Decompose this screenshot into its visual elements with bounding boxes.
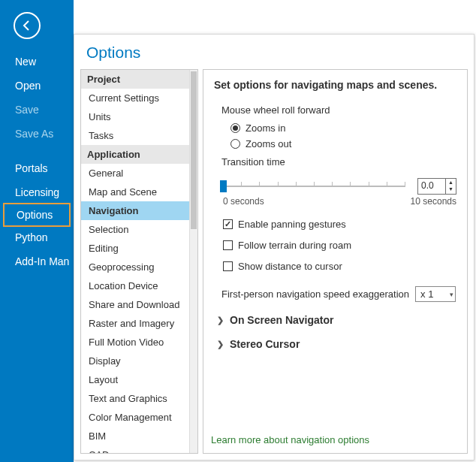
nav-item-add-in-man[interactable]: Add-In Man [0, 249, 74, 273]
radio-icon [230, 123, 240, 133]
dialog-title: Options [74, 35, 474, 69]
options-dialog: Options Project Current SettingsUnitsTas… [74, 34, 474, 460]
checkbox-label: Enable panning gestures [238, 219, 346, 230]
category-tree: Project Current SettingsUnitsTasks Appli… [80, 69, 198, 454]
transition-time-slider[interactable] [223, 179, 405, 194]
tree-item-general[interactable]: General [81, 164, 189, 183]
tree-item-display[interactable]: Display [81, 352, 189, 370]
tree-item-full-motion-video[interactable]: Full Motion Video [81, 333, 189, 352]
combo-value: x 1 [420, 288, 433, 300]
slider-min-label: 0 seconds [223, 196, 264, 207]
tree-item-bim[interactable]: BIM [81, 427, 189, 445]
tree-item-raster-and-imagery[interactable]: Raster and Imagery [81, 314, 189, 333]
checkbox-follow-terrain[interactable]: Follow terrain during roam [223, 240, 456, 251]
mouse-wheel-label: Mouse wheel roll forward [221, 104, 456, 116]
chevron-down-icon: ▾ [445, 291, 453, 298]
checkbox-label: Follow terrain during roam [238, 240, 351, 251]
arrow-left-icon [20, 19, 34, 32]
slider-thumb[interactable] [220, 180, 227, 192]
chevron-right-icon: ❯ [217, 316, 224, 325]
expander-label: Stereo Cursor [230, 338, 300, 350]
transition-time-input[interactable]: 0.0 ▲ ▼ [417, 178, 456, 195]
tree-header-project: Project [81, 70, 189, 89]
nav-item-python[interactable]: Python [0, 225, 74, 249]
tree-item-selection[interactable]: Selection [81, 220, 189, 239]
learn-more-link[interactable]: Learn more about navigation options [211, 434, 369, 445]
radio-zooms-in[interactable]: Zooms in [230, 122, 456, 134]
nav-item-open[interactable]: Open [0, 74, 74, 98]
tree-item-units[interactable]: Units [81, 107, 189, 126]
tree-item-cad[interactable]: CAD [81, 445, 189, 453]
transition-time-label: Transition time [221, 156, 456, 168]
nav-item-new[interactable]: New [0, 50, 74, 74]
expander-stereo-cursor[interactable]: ❯ Stereo Cursor [217, 338, 456, 350]
fps-exaggeration-label: First-person navigation speed exaggerati… [221, 288, 409, 300]
radio-label: Zooms in [246, 122, 285, 134]
tree-item-map-and-scene[interactable]: Map and Scene [81, 183, 189, 201]
backstage-nav: NewOpenSaveSave As PortalsLicensingOptio… [0, 0, 74, 462]
nav-item-save-as: Save As [0, 122, 74, 146]
checkbox-icon [223, 219, 233, 229]
slider-max-label: 10 seconds [411, 196, 456, 207]
fps-exaggeration-combo[interactable]: x 1 ▾ [415, 286, 456, 302]
tree-item-share-and-download[interactable]: Share and Download [81, 295, 189, 314]
options-content-panel: Set options for navigating maps and scen… [203, 69, 468, 454]
checkbox-label: Show distance to cursor [238, 261, 342, 272]
tree-item-navigation[interactable]: Navigation [81, 201, 189, 220]
checkbox-enable-panning[interactable]: Enable panning gestures [223, 219, 456, 230]
expander-label: On Screen Navigator [230, 314, 334, 326]
checkbox-show-distance[interactable]: Show distance to cursor [223, 261, 456, 272]
radio-zooms-out[interactable]: Zooms out [230, 138, 456, 149]
content-heading: Set options for navigating maps and scen… [214, 79, 456, 91]
checkbox-icon [223, 261, 233, 271]
tree-item-text-and-graphics[interactable]: Text and Graphics [81, 389, 189, 408]
nav-item-portals[interactable]: Portals [0, 156, 74, 180]
spin-up-icon[interactable]: ▲ [446, 179, 456, 186]
radio-label: Zooms out [246, 138, 291, 149]
tree-header-application: Application [81, 145, 189, 164]
tree-scrollbar[interactable] [189, 70, 197, 453]
spin-down-icon[interactable]: ▼ [446, 186, 456, 192]
expander-on-screen-navigator[interactable]: ❯ On Screen Navigator [217, 314, 456, 326]
numbox-value: 0.0 [418, 179, 445, 194]
tree-item-current-settings[interactable]: Current Settings [81, 89, 189, 107]
chevron-right-icon: ❯ [217, 340, 224, 349]
nav-item-licensing[interactable]: Licensing [0, 180, 74, 204]
nav-item-options[interactable]: Options [3, 203, 71, 227]
scrollbar-thumb[interactable] [191, 71, 197, 229]
tree-item-tasks[interactable]: Tasks [81, 126, 189, 145]
radio-icon [230, 139, 240, 149]
tree-item-location-device[interactable]: Location Device [81, 276, 189, 295]
back-button[interactable] [14, 12, 41, 39]
tree-item-color-management[interactable]: Color Management [81, 408, 189, 427]
checkbox-icon [223, 240, 233, 250]
nav-item-save: Save [0, 98, 74, 122]
tree-item-layout[interactable]: Layout [81, 370, 189, 389]
tree-item-editing[interactable]: Editing [81, 239, 189, 258]
tree-item-geoprocessing[interactable]: Geoprocessing [81, 258, 189, 276]
